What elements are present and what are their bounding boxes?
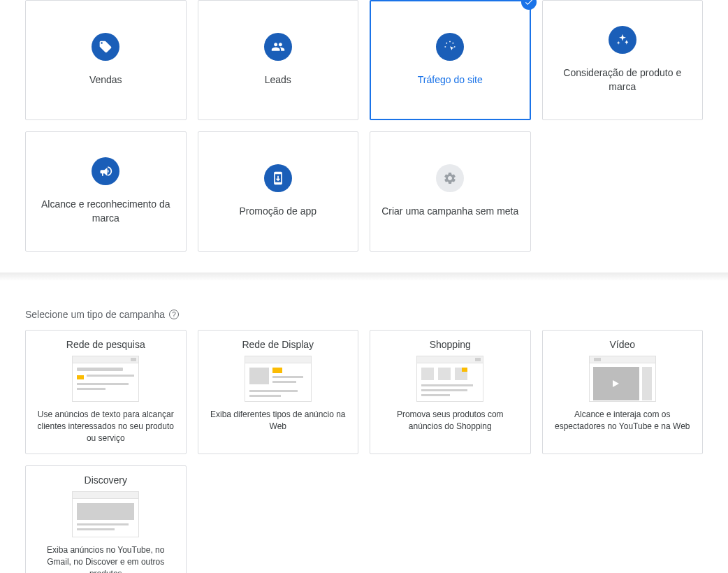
check-icon	[521, 0, 537, 10]
type-desc: Exiba anúncios no YouTube, no Gmail, no …	[33, 544, 179, 573]
type-desc: Use anúncios de texto para alcançar clie…	[33, 409, 179, 444]
type-card-search[interactable]: Rede de pesquisa Use anúncios de texto p…	[25, 330, 187, 454]
goal-card-trafego[interactable]: Tráfego do site	[370, 0, 531, 120]
type-title: Discovery	[85, 474, 127, 486]
type-card-video[interactable]: Vídeo Alcance e interaja com os espectad…	[542, 330, 704, 454]
click-icon	[436, 33, 464, 61]
type-desc: Alcance e interaja com os espectadores n…	[550, 409, 696, 433]
goal-label: Alcance e reconhecimento da marca	[26, 198, 186, 225]
campaign-types-section: Selecione um tipo de campanha ? Rede de …	[0, 281, 728, 573]
type-title: Rede de pesquisa	[66, 339, 145, 350]
goal-label: Vendas	[82, 73, 129, 87]
help-icon[interactable]: ?	[169, 310, 179, 319]
thumb-discovery	[72, 491, 139, 537]
type-desc: Exiba diferentes tipos de anúncio na Web	[205, 409, 351, 433]
type-desc: Promova seus produtos com anúncios do Sh…	[377, 409, 523, 433]
type-title: Vídeo	[609, 339, 635, 350]
type-title: Shopping	[430, 339, 471, 350]
goal-label: Criar uma campanha sem meta	[374, 205, 525, 219]
thumb-video	[589, 356, 656, 402]
type-title: Rede de Display	[242, 339, 314, 350]
goals-section: Vendas Leads Tráfego do site Consideraçã…	[0, 0, 728, 273]
goal-label: Promoção de app	[232, 205, 323, 219]
goal-label: Tráfego do site	[411, 73, 490, 87]
goal-card-consideracao[interactable]: Consideração de produto e marca	[542, 0, 704, 120]
section-heading-text: Selecione um tipo de campanha	[25, 309, 165, 320]
type-card-shopping[interactable]: Shopping Promova seus produtos com anúnc…	[370, 330, 531, 454]
type-card-display[interactable]: Rede de Display Exiba diferentes tipos d…	[198, 330, 359, 454]
goal-card-app[interactable]: Promoção de app	[198, 131, 359, 252]
thumb-display	[245, 356, 312, 402]
types-grid: Rede de pesquisa Use anúncios de texto p…	[25, 330, 703, 573]
type-card-discovery[interactable]: Discovery Exiba anúncios no YouTube, no …	[25, 465, 187, 573]
goal-card-alcance[interactable]: Alcance e reconhecimento da marca	[25, 131, 187, 252]
goals-grid: Vendas Leads Tráfego do site Consideraçã…	[25, 0, 703, 252]
megaphone-icon	[92, 157, 119, 185]
goal-card-sem-meta[interactable]: Criar uma campanha sem meta	[370, 131, 531, 252]
tag-icon	[92, 33, 119, 61]
goal-label: Leads	[258, 73, 298, 87]
sparkle-icon	[609, 26, 636, 54]
thumb-shopping	[416, 356, 483, 402]
thumb-search	[72, 356, 139, 402]
goal-card-leads[interactable]: Leads	[198, 0, 359, 120]
goal-label: Consideração de produto e marca	[543, 66, 703, 94]
people-icon	[264, 33, 292, 61]
app-download-icon	[264, 164, 292, 192]
goal-card-vendas[interactable]: Vendas	[25, 0, 187, 120]
gear-icon	[436, 164, 464, 192]
section-divider	[0, 273, 728, 281]
section-heading: Selecione um tipo de campanha ?	[25, 309, 703, 320]
